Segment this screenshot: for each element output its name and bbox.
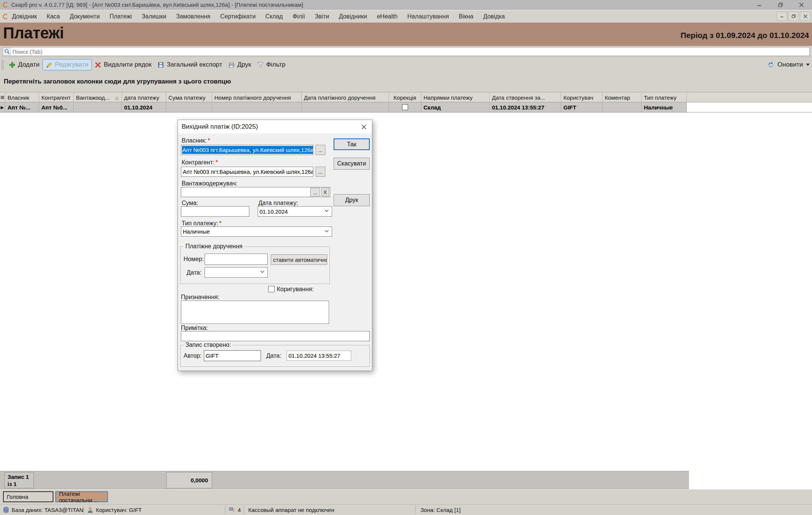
cell-order-date[interactable] (302, 102, 389, 112)
consignee-field[interactable] (181, 187, 330, 197)
grid-corner-cell[interactable] (0, 93, 5, 102)
pay-type-value: Наличные (183, 228, 210, 235)
menu-kasa[interactable]: Каса (47, 13, 60, 20)
correction-dialog-checkbox[interactable] (268, 286, 275, 292)
page-header: Платежі Період з 01.09.2024 до 01.10.202… (0, 23, 812, 46)
cancel-button[interactable]: Скасувати (334, 158, 370, 170)
add-button[interactable]: Додати (6, 59, 42, 70)
column-header-pay-date[interactable]: дата платежу (122, 93, 166, 102)
cell-pay-type[interactable]: Наличные (642, 102, 687, 112)
chevron-down-icon[interactable] (325, 210, 329, 212)
cell-owner[interactable]: Апт №... (5, 102, 39, 112)
column-header-created[interactable]: Дата створення за... (490, 93, 561, 102)
cell-sum[interactable] (166, 102, 212, 112)
menu-vikna[interactable]: Вікна (459, 13, 474, 20)
column-header-order-date[interactable]: Дата платіжного доручення (302, 93, 389, 102)
tab-home[interactable]: Головна (3, 491, 53, 502)
column-header-correction[interactable]: Корекція (389, 93, 421, 102)
menu-sklad[interactable]: Склад (266, 13, 283, 20)
export-label: Загальний експорт (167, 61, 222, 68)
close-icon[interactable] (791, 0, 812, 10)
edit-pencil-icon (46, 62, 52, 68)
pay-type-label: Тип платежу:* (182, 220, 222, 227)
owner-lookup-button[interactable]: ... (316, 145, 325, 155)
column-header-comment[interactable]: Коментар (603, 93, 642, 102)
purpose-textarea[interactable] (181, 301, 329, 324)
mdi-restore-icon[interactable] (788, 12, 799, 21)
cell-pay-date[interactable]: 01.10.2024 (122, 102, 166, 112)
column-header-direction[interactable]: Напрямки платежу (421, 93, 490, 102)
refresh-button[interactable]: Оновити (767, 57, 810, 72)
menu-zalyshky[interactable]: Залишки (142, 13, 167, 20)
menu-dovidnyk[interactable]: Довідник (12, 13, 37, 20)
consignee-lookup-button[interactable]: ... (310, 188, 320, 196)
menu-zvity[interactable]: Звіти (315, 13, 329, 20)
chevron-down-icon[interactable] (260, 270, 264, 273)
correction-checkbox[interactable] (402, 104, 408, 110)
cell-direction[interactable]: Склад (421, 102, 490, 112)
filter-funnel-icon (257, 62, 264, 68)
column-header-owner[interactable]: Власник (5, 93, 39, 102)
contractor-field[interactable]: Апт №003 пгт.Барышевка, ул.Киевский шлях… (181, 167, 313, 177)
menu-sertyfikaty[interactable]: Сертифікати (220, 13, 255, 20)
pay-type-combo[interactable]: Наличные (181, 226, 332, 237)
menu-nalashtuvannia[interactable]: Налаштування (407, 13, 449, 20)
ok-button[interactable]: Так (334, 138, 370, 150)
order-date-combo[interactable] (205, 267, 268, 278)
search-box[interactable] (2, 47, 810, 56)
menu-dovidnyky[interactable]: Довідники (339, 13, 367, 20)
column-header-pay-type[interactable]: Тип платежу (642, 93, 687, 102)
sum-input[interactable] (181, 206, 249, 217)
owner-field[interactable]: Апт №003 пгт.Барышевка, ул.Киевский шлях… (181, 145, 313, 155)
minimize-icon[interactable] (749, 0, 770, 10)
search-input[interactable] (12, 49, 809, 55)
chevron-down-icon[interactable] (325, 230, 329, 232)
created-date-field[interactable]: 01.10.2024 13:55:27 (287, 351, 351, 361)
menu-zamovlennia[interactable]: Замовлення (176, 13, 210, 20)
filter-label: Фільтр (266, 61, 285, 68)
restore-icon[interactable] (770, 0, 791, 10)
status-separator (83, 506, 84, 514)
print-button[interactable]: Друк (225, 59, 254, 70)
sum-label: Сума: (182, 200, 198, 207)
cell-created[interactable]: 01.10.2024 13:55:27 (490, 102, 561, 112)
menu-ehealth[interactable]: eHealth (377, 13, 398, 20)
mdi-close-icon[interactable] (800, 12, 810, 21)
consignee-clear-button[interactable]: X (321, 188, 329, 196)
column-header-order-number[interactable]: Номер платіжного доручення (212, 93, 302, 102)
cell-user[interactable]: GIFT (561, 102, 603, 112)
order-number-input[interactable] (205, 254, 268, 265)
toolbar-drag-handle[interactable] (2, 60, 4, 70)
cell-comment[interactable] (603, 102, 642, 112)
cell-contractor[interactable]: Апт №0... (39, 102, 74, 112)
menu-filii[interactable]: Філії (293, 13, 305, 20)
column-header-user[interactable]: Користувач (561, 93, 603, 102)
note-input[interactable] (181, 331, 370, 341)
auto-number-button[interactable]: ставити автоматично (271, 254, 327, 265)
tab-payments-suppliers[interactable]: Платежі постачальни .. (55, 491, 108, 502)
dialog-title-bar[interactable]: Вихідний платіж (ID:2025) (178, 120, 372, 134)
menu-dovidka[interactable]: Довідка (483, 13, 505, 20)
column-header-consignee[interactable]: Вантажоод...△ (74, 93, 122, 102)
column-header-contractor[interactable]: Контрагент (39, 93, 74, 102)
cell-consignee[interactable] (74, 102, 122, 112)
delete-row-button[interactable]: Видалити рядок (92, 59, 155, 70)
column-header-sum[interactable]: Сума платежу (166, 93, 212, 102)
author-field[interactable]: GIFT (204, 350, 261, 361)
group-by-panel[interactable]: Перетягніть заголовок колонки сюди для у… (0, 72, 812, 92)
dialog-close-icon[interactable] (358, 122, 370, 132)
contractor-lookup-button[interactable]: ... (316, 167, 325, 177)
dialog-print-button[interactable]: Друк (334, 194, 370, 206)
menu-platezhi[interactable]: Платежі (109, 13, 132, 20)
filter-button[interactable]: Фільтр (254, 59, 288, 70)
cell-correction[interactable] (389, 102, 421, 112)
outgoing-payment-dialog: Вихідний платіж (ID:2025) Власник:* Апт … (178, 120, 372, 371)
refresh-dropdown-icon[interactable] (806, 64, 810, 66)
export-button[interactable]: Загальний експорт (155, 59, 225, 70)
mdi-minimize-icon[interactable] (777, 12, 787, 21)
menu-dokumenty[interactable]: Документи (70, 13, 100, 20)
table-row[interactable]: ▶ Апт №... Апт №0... 01.10.2024 Склад 01… (0, 102, 812, 112)
cell-order-number[interactable] (212, 102, 302, 112)
pay-date-combo[interactable]: 01.10.2024 (258, 206, 332, 217)
edit-button[interactable]: Редагувати (42, 59, 92, 70)
